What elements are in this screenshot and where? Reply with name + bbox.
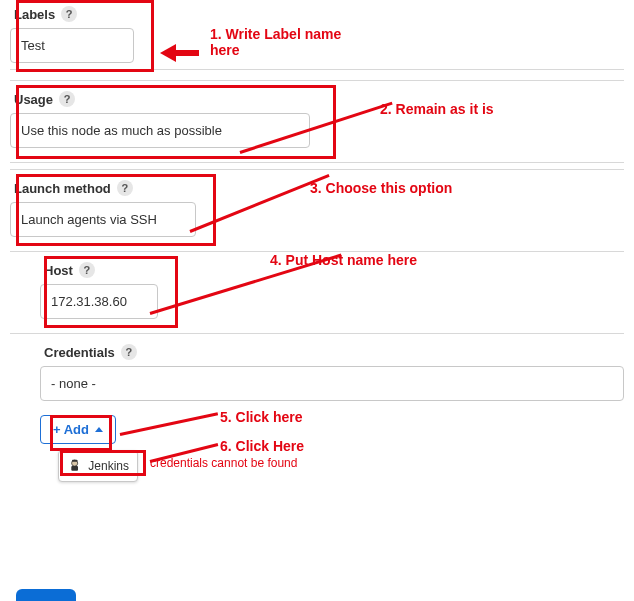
host-field-label: Host — [44, 263, 73, 278]
help-icon[interactable]: ? — [121, 344, 137, 360]
help-icon[interactable]: ? — [61, 6, 77, 22]
svg-rect-2 — [72, 460, 77, 462]
caret-up-icon — [95, 427, 103, 432]
annotation-text: 3. Choose this option — [310, 180, 452, 196]
launch-field-label: Launch method — [14, 181, 111, 196]
credentials-field-label: Credentials — [44, 345, 115, 360]
credentials-dropdown-menu: Jenkins — [58, 450, 138, 482]
labels-field-label: Labels — [14, 7, 55, 22]
svg-rect-1 — [71, 466, 78, 471]
labels-input[interactable] — [10, 28, 134, 63]
host-input[interactable] — [40, 284, 158, 319]
credentials-error-text: credentials cannot be found — [150, 456, 297, 470]
help-icon[interactable]: ? — [79, 262, 95, 278]
menu-item-jenkins[interactable]: Jenkins — [65, 455, 131, 477]
add-button-label: + Add — [53, 422, 89, 437]
annotation-text: 1. Write Label name here — [210, 26, 350, 58]
help-icon[interactable]: ? — [59, 91, 75, 107]
menu-item-label: Jenkins — [88, 459, 129, 473]
submit-button-partial[interactable] — [16, 589, 76, 601]
help-icon[interactable]: ? — [117, 180, 133, 196]
annotation-text: 2. Remain as it is — [380, 101, 494, 117]
arrow-icon — [160, 44, 176, 62]
jenkins-icon — [67, 458, 82, 474]
usage-field-label: Usage — [14, 92, 53, 107]
add-credentials-button[interactable]: + Add — [40, 415, 116, 444]
launch-method-select[interactable] — [10, 202, 196, 237]
credentials-select[interactable] — [40, 366, 624, 401]
